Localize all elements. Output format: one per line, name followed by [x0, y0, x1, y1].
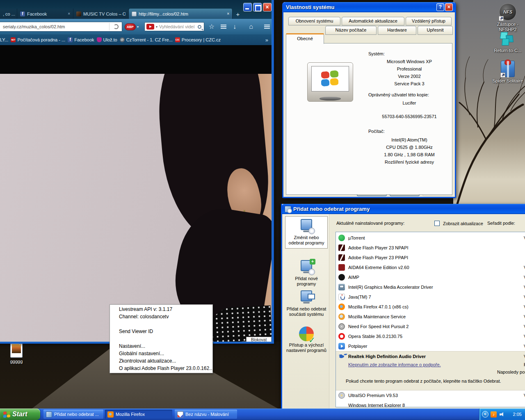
bookmark-item[interactable]: CZC Procesory | CZC.cz [175, 37, 221, 42]
volume-icon[interactable] [499, 411, 505, 418]
desktop-icon-return-to-castle[interactable]: Return-to-C... [488, 31, 525, 53]
bookmark-item[interactable]: LY... [0, 37, 8, 42]
windows-xp-monitor-graphic [307, 62, 353, 102]
tab-partial[interactable]: , co ... × [0, 9, 17, 19]
minimize-button[interactable] [243, 3, 252, 11]
search-placeholder: Vyhledávání videí [159, 24, 196, 29]
program-row[interactable]: Windows Internet Explorer 8 [336, 400, 525, 407]
windows-components-icon [299, 290, 314, 305]
menu-hamburger-icon[interactable] [264, 25, 270, 25]
sidebar-item-change-remove[interactable]: Změnit nebo odebrat programy [285, 216, 328, 249]
tab-facebook[interactable]: f Facebook × [17, 9, 73, 19]
context-menu-item[interactable]: Globální nastavení... [110, 350, 212, 357]
url-bar[interactable]: serialy.cz/muzika_colos/02.htm [0, 22, 122, 32]
program-row[interactable]: AIDA64 Extreme Edition v2.60 Velikost [336, 262, 525, 272]
dialog-title: Vlastnosti systému [286, 4, 335, 10]
program-row[interactable]: Potplayer Velikost [336, 341, 525, 351]
navigation-toolbar: serialy.cz/muzika_colos/02.htm ABP ▾ ▾ V… [0, 19, 274, 34]
program-icon [338, 304, 345, 310]
context-menu-item[interactable]: Nastavení... [110, 342, 212, 350]
reload-icon[interactable] [114, 24, 119, 29]
tab-general[interactable]: Obecné [286, 33, 324, 44]
program-row[interactable]: Mozilla Maintenance Service Velikost [336, 312, 525, 322]
tab-music-tv[interactable]: MUSIC TV Colos – Online... [73, 9, 129, 19]
close-button[interactable]: × [445, 3, 453, 11]
bookmark-item[interactable]: NET Počítačová poradna - ... [11, 37, 65, 42]
tab-system-restore[interactable]: Obnovení systému [288, 17, 340, 25]
program-row[interactable]: Adobe Flash Player 23 PPAPI [336, 253, 525, 262]
context-menu-item[interactable] [110, 335, 212, 342]
tab-hardware[interactable]: Hardware [378, 26, 416, 35]
block-button[interactable]: Blokovat [246, 337, 272, 342]
context-menu-item[interactable]: Channel: colosdancetv [110, 313, 212, 320]
show-updates-checkbox[interactable] [434, 221, 440, 226]
product-id: 55703-640-5536995-23571 [368, 114, 450, 119]
desktop-icon-nfshp2[interactable]: NFS ↗ Zástupce -NFSHP2 [488, 3, 525, 32]
bookmark-item[interactable]: Ulož.to [97, 37, 117, 42]
bookmark-item[interactable]: @ CzTorrent - 1. CZ Fre... [120, 37, 173, 42]
sidebar-item-windows-components[interactable]: Přidat nebo odebrat součásti systému [285, 290, 328, 317]
taskbar-task-paint[interactable]: Bez názvu - Malování [175, 410, 237, 419]
context-menu-item[interactable]: Livestream API v: 3.1.17 [110, 306, 212, 313]
bookmarks-overflow-chevron[interactable]: » [265, 37, 274, 43]
downloads-icon[interactable]: ↓ [230, 23, 240, 31]
desktop-icon-spider-solitaire[interactable]: ↗ Spider Solitaire [488, 61, 525, 84]
tab-close-icon[interactable]: × [68, 11, 70, 16]
search-icon[interactable] [198, 25, 201, 29]
program-row[interactable]: µTorrent Velikost [336, 233, 525, 243]
program-row[interactable]: Intel(R) Graphics Media Accelerator Driv… [336, 282, 525, 292]
program-row[interactable]: Mozilla Firefox 47.0.1 (x86 cs) Velikost [336, 302, 525, 312]
context-menu-item[interactable]: Send Viewer ID [110, 328, 212, 335]
cubes-icon [499, 31, 517, 47]
window-body: Změnit nebo odebrat programy + Přidat no… [282, 214, 525, 411]
context-menu-item[interactable]: O aplikaci Adobe Flash Player 23.0.0.162… [110, 365, 212, 372]
context-menu-item[interactable] [110, 320, 212, 328]
tab-advanced[interactable]: Upřesnit [418, 26, 453, 35]
program-icon [338, 274, 345, 281]
taskbar-task-add-remove[interactable]: Přidat nebo odebrat ... [43, 410, 103, 419]
context-menu-item[interactable]: Zkontrolovat aktualizace... [110, 357, 212, 365]
dialog-titlebar[interactable]: Vlastnosti systému ? × [283, 2, 455, 12]
icon-label: Return-to-C... [488, 48, 525, 53]
maximize-button[interactable] [253, 3, 262, 11]
tab-computer-name[interactable]: Název počítače [325, 26, 377, 35]
add-remove-programs-icon [285, 206, 291, 212]
window-titlebar[interactable]: Přidat nebo odebrat programy [282, 204, 525, 214]
support-info-link[interactable]: Klepnutím zde zobrazíte informace o podp… [348, 362, 441, 367]
bookmark-item[interactable]: f Facebook [68, 37, 94, 42]
help-button[interactable]: ? [436, 3, 444, 11]
program-icon [338, 343, 345, 349]
program-row[interactable]: Adobe Flash Player 23 NPAPI [336, 243, 525, 253]
start-button[interactable]: Start [0, 409, 40, 420]
installed-programs-list: µTorrent Velikost Adobe Flash Player 23 … [336, 232, 525, 407]
program-row-selected[interactable]: Realtek High Definition Audio Driver Vel… [336, 351, 525, 390]
video-player[interactable]: Blokovat [0, 45, 272, 342]
sidebar-item-add-new[interactable]: + Přidat nové programy [285, 260, 328, 287]
program-row[interactable]: Java(TM) 7 Velikost [336, 292, 525, 302]
tray-chevron-icon[interactable]: < [482, 411, 488, 418]
sidebar-item-program-defaults[interactable]: Přístup a výchozí nastavení programů [285, 326, 328, 353]
program-row[interactable]: Opera Stable 36.0.2130.75 Velikost [336, 331, 525, 341]
tab-automatic-updates[interactable]: Automatické aktualizace [342, 17, 404, 25]
program-row[interactable]: Need For Speed Hot Pursuit 2 Velikost [336, 322, 525, 331]
taskbar-task-firefox[interactable]: Mozilla Firefox [105, 410, 172, 419]
program-row[interactable]: AIMP Velikost [336, 272, 525, 282]
bookmarks-menu-icon[interactable] [221, 25, 226, 25]
desktop-icon-ggggg[interactable]: ggggg [3, 342, 30, 364]
bookmark-star-icon[interactable]: ☆ [207, 23, 217, 31]
program-icon [338, 254, 345, 261]
music-tv-favicon [76, 11, 81, 16]
program-row[interactable]: UltraISO Premium V9.53 Velikost [336, 390, 525, 400]
adblock-button[interactable]: ABP ▾ [125, 23, 142, 30]
new-tab-button[interactable]: + [233, 10, 243, 19]
program-icon [338, 323, 345, 330]
tab-close-icon[interactable]: × [227, 11, 229, 16]
tab-remote[interactable]: Vzdálený přístup [406, 17, 452, 25]
home-icon[interactable]: ⌂ [246, 23, 256, 31]
bookmarks-toolbar: LY... NET Počítačová poradna - ... f Fac… [0, 34, 274, 45]
tray-player-icon[interactable]: ♪ [491, 411, 497, 418]
page-favicon [132, 11, 137, 16]
close-button[interactable]: × [263, 3, 272, 11]
video-search-field[interactable]: ▾ Vyhledávání videí [144, 22, 204, 31]
tab-active-filmy[interactable]: http://filmy...colos/02.htm × [129, 9, 233, 19]
